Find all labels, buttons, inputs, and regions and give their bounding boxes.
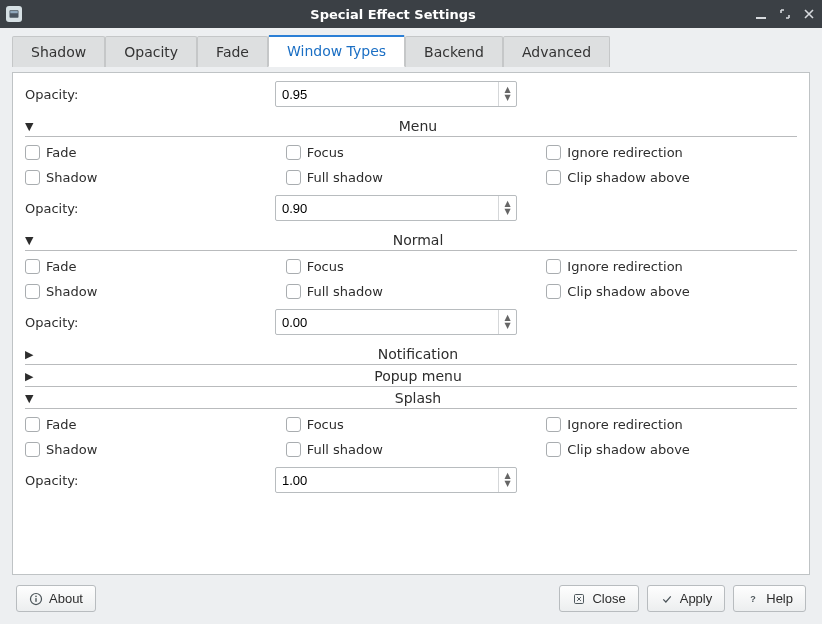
check-icon bbox=[660, 592, 674, 606]
checkbox-label: Ignore redirection bbox=[567, 259, 683, 274]
opacity-input-normal[interactable] bbox=[276, 313, 498, 332]
checkbox-label: Focus bbox=[307, 417, 344, 432]
checkbox-shadow-menu[interactable]: Shadow bbox=[25, 170, 276, 185]
checkbox-shadow-splash[interactable]: Shadow bbox=[25, 442, 276, 457]
opacity-spinbox-splash[interactable]: ▲▼ bbox=[275, 467, 517, 493]
checkbox-label: Clip shadow above bbox=[567, 170, 690, 185]
opacity-input-splash[interactable] bbox=[276, 471, 498, 490]
button-bar: About Close Apply ? Help bbox=[6, 581, 816, 616]
group-title: Splash bbox=[39, 390, 797, 406]
titlebar: Special Effect Settings bbox=[0, 0, 822, 28]
apply-button[interactable]: Apply bbox=[647, 585, 726, 612]
checkbox-focus-menu[interactable]: Focus bbox=[286, 145, 537, 160]
group-header-notification[interactable]: ▶ Notification bbox=[13, 343, 809, 364]
checkbox-shadow-normal[interactable]: Shadow bbox=[25, 284, 276, 299]
checkbox-ignore-redirection-splash[interactable]: Ignore redirection bbox=[546, 417, 797, 432]
checkbox-label: Shadow bbox=[46, 442, 97, 457]
app-icon bbox=[6, 6, 22, 22]
info-icon bbox=[29, 592, 43, 606]
opacity-label: Opacity: bbox=[25, 315, 255, 330]
window-title: Special Effect Settings bbox=[32, 7, 754, 22]
checkbox-label: Full shadow bbox=[307, 442, 383, 457]
tab-strip: Shadow Opacity Fade Window Types Backend… bbox=[6, 34, 816, 66]
checkbox-clip-shadow-above-normal[interactable]: Clip shadow above bbox=[546, 284, 797, 299]
opacity-spinbox-normal[interactable]: ▲▼ bbox=[275, 309, 517, 335]
group-title: Notification bbox=[39, 346, 797, 362]
group-title: Popup menu bbox=[39, 368, 797, 384]
group-title: Menu bbox=[39, 118, 797, 134]
svg-rect-4 bbox=[35, 598, 36, 602]
group-header-normal[interactable]: ▼ Normal bbox=[13, 229, 809, 250]
opacity-label: Opacity: bbox=[25, 201, 255, 216]
opacity-spinbox-top[interactable]: ▲▼ bbox=[275, 81, 517, 107]
spin-down-icon[interactable]: ▼ bbox=[504, 480, 510, 488]
spin-down-icon[interactable]: ▼ bbox=[504, 208, 510, 216]
tab-shadow[interactable]: Shadow bbox=[12, 36, 105, 67]
checkbox-label: Ignore redirection bbox=[567, 417, 683, 432]
close-icon bbox=[572, 592, 586, 606]
checkbox-label: Clip shadow above bbox=[567, 442, 690, 457]
checkbox-fade-normal[interactable]: Fade bbox=[25, 259, 276, 274]
checkbox-label: Clip shadow above bbox=[567, 284, 690, 299]
opacity-input-top[interactable] bbox=[276, 85, 498, 104]
help-icon: ? bbox=[746, 592, 760, 606]
tab-backend[interactable]: Backend bbox=[405, 36, 503, 67]
checkbox-label: Fade bbox=[46, 417, 77, 432]
tab-window-types[interactable]: Window Types bbox=[268, 35, 405, 67]
checkbox-fade-menu[interactable]: Fade bbox=[25, 145, 276, 160]
checkbox-label: Shadow bbox=[46, 170, 97, 185]
opacity-label: Opacity: bbox=[25, 473, 255, 488]
tab-opacity[interactable]: Opacity bbox=[105, 36, 197, 67]
about-button[interactable]: About bbox=[16, 585, 96, 612]
expand-icon: ▼ bbox=[25, 120, 39, 133]
opacity-spinbox-menu[interactable]: ▲▼ bbox=[275, 195, 517, 221]
collapse-icon: ▶ bbox=[25, 370, 39, 383]
svg-text:?: ? bbox=[751, 594, 757, 604]
checkbox-label: Fade bbox=[46, 145, 77, 160]
help-button[interactable]: ? Help bbox=[733, 585, 806, 612]
button-label: Apply bbox=[680, 591, 713, 606]
checkbox-clip-shadow-above-splash[interactable]: Clip shadow above bbox=[546, 442, 797, 457]
checkbox-label: Full shadow bbox=[307, 170, 383, 185]
minimize-button[interactable] bbox=[754, 7, 768, 21]
tab-fade[interactable]: Fade bbox=[197, 36, 268, 67]
button-label: Help bbox=[766, 591, 793, 606]
checkbox-clip-shadow-above-menu[interactable]: Clip shadow above bbox=[546, 170, 797, 185]
checkbox-ignore-redirection-menu[interactable]: Ignore redirection bbox=[546, 145, 797, 160]
checkbox-label: Shadow bbox=[46, 284, 97, 299]
group-header-splash[interactable]: ▼ Splash bbox=[13, 387, 809, 408]
close-button[interactable]: Close bbox=[559, 585, 638, 612]
button-label: Close bbox=[592, 591, 625, 606]
expand-icon: ▼ bbox=[25, 234, 39, 247]
checkbox-label: Focus bbox=[307, 259, 344, 274]
checkbox-label: Fade bbox=[46, 259, 77, 274]
tab-advanced[interactable]: Advanced bbox=[503, 36, 610, 67]
opacity-input-menu[interactable] bbox=[276, 199, 498, 218]
svg-rect-1 bbox=[10, 11, 18, 13]
group-header-menu[interactable]: ▼ Menu bbox=[13, 115, 809, 136]
group-title: Normal bbox=[39, 232, 797, 248]
checkbox-focus-splash[interactable]: Focus bbox=[286, 417, 537, 432]
scroll-area[interactable]: Opacity: ▲▼ ▼ Menu Fade Focus Ignore red… bbox=[13, 73, 809, 574]
checkbox-label: Focus bbox=[307, 145, 344, 160]
checkbox-ignore-redirection-normal[interactable]: Ignore redirection bbox=[546, 259, 797, 274]
checkbox-label: Ignore redirection bbox=[567, 145, 683, 160]
checkbox-full-shadow-normal[interactable]: Full shadow bbox=[286, 284, 537, 299]
collapse-icon: ▶ bbox=[25, 348, 39, 361]
expand-icon: ▼ bbox=[25, 392, 39, 405]
window-types-pane: Opacity: ▲▼ ▼ Menu Fade Focus Ignore red… bbox=[12, 72, 810, 575]
spin-down-icon[interactable]: ▼ bbox=[504, 94, 510, 102]
svg-rect-5 bbox=[35, 595, 36, 596]
checkbox-full-shadow-menu[interactable]: Full shadow bbox=[286, 170, 537, 185]
checkbox-full-shadow-splash[interactable]: Full shadow bbox=[286, 442, 537, 457]
group-header-popup-menu[interactable]: ▶ Popup menu bbox=[13, 365, 809, 386]
maximize-button[interactable] bbox=[778, 7, 792, 21]
button-label: About bbox=[49, 591, 83, 606]
spin-down-icon[interactable]: ▼ bbox=[504, 322, 510, 330]
opacity-label: Opacity: bbox=[25, 87, 255, 102]
checkbox-label: Full shadow bbox=[307, 284, 383, 299]
close-window-button[interactable] bbox=[802, 7, 816, 21]
svg-rect-2 bbox=[756, 17, 766, 19]
checkbox-fade-splash[interactable]: Fade bbox=[25, 417, 276, 432]
checkbox-focus-normal[interactable]: Focus bbox=[286, 259, 537, 274]
